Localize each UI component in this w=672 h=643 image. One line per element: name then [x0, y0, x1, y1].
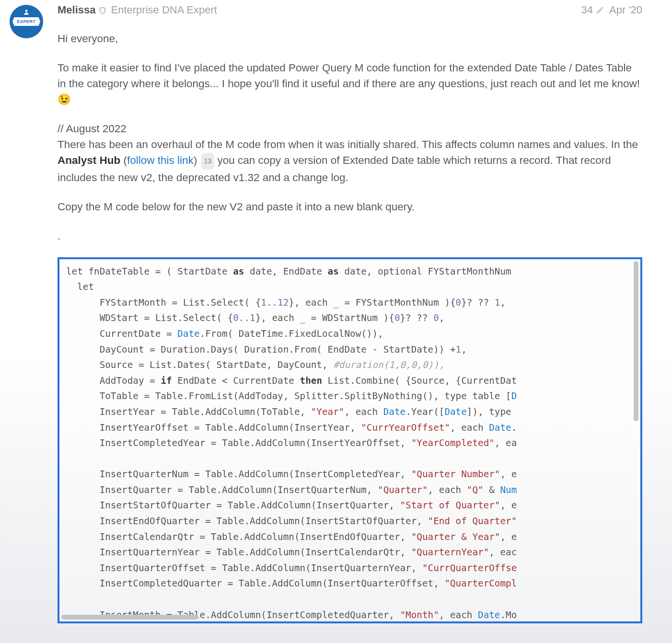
- update-text-a: There has been an overhaul of the M code…: [58, 138, 638, 150]
- shield-icon: [99, 6, 106, 15]
- link-click-count[interactable]: 13: [201, 153, 215, 170]
- paragraph-intro: To make it easier to find I've placed th…: [58, 60, 642, 107]
- post-content: Melissa Enterprise DNA Expert 34 Apr '20…: [58, 4, 642, 623]
- avatar-column: EXPERT: [10, 4, 43, 623]
- update-header: // August 2022: [58, 123, 127, 135]
- edit-count[interactable]: 34: [581, 4, 604, 16]
- paragraph-copy-instruction: Copy the M code below for the new V2 and…: [58, 199, 642, 215]
- analyst-hub: Analyst Hub: [58, 154, 120, 166]
- dot: .: [58, 228, 642, 244]
- forum-post: EXPERT Melissa Enterprise DNA Expert 34 …: [0, 0, 672, 643]
- avatar[interactable]: EXPERT: [10, 5, 43, 38]
- greeting: Hi everyone,: [58, 31, 642, 46]
- vertical-scroll-thumb[interactable]: [634, 261, 638, 421]
- vertical-scrollbar[interactable]: [633, 261, 639, 609]
- code-scroll-area[interactable]: let fnDateTable = ( StartDate as date, E…: [59, 259, 640, 621]
- code-block: let fnDateTable = ( StartDate as date, E…: [58, 257, 642, 623]
- paragraph-update: // August 2022 There has been an overhau…: [58, 121, 642, 185]
- person-icon: [23, 9, 30, 15]
- avatar-badge: EXPERT: [12, 17, 40, 26]
- post-date[interactable]: Apr '20: [609, 4, 642, 16]
- pencil-icon: [596, 6, 604, 14]
- author-name[interactable]: Melissa: [58, 4, 96, 16]
- horizontal-scroll-thumb[interactable]: [61, 615, 198, 620]
- follow-link[interactable]: follow this link: [127, 154, 194, 166]
- post-meta: 34 Apr '20: [581, 4, 642, 16]
- code-content: let fnDateTable = ( StartDate as date, E…: [59, 259, 640, 621]
- svg-point-0: [25, 10, 28, 12]
- post-header: Melissa Enterprise DNA Expert 34 Apr '20: [58, 4, 642, 16]
- post-body: Hi everyone, To make it easier to find I…: [58, 31, 642, 623]
- author-title: Enterprise DNA Expert: [111, 4, 217, 16]
- edit-count-number: 34: [581, 4, 592, 16]
- horizontal-scrollbar[interactable]: [61, 614, 633, 620]
